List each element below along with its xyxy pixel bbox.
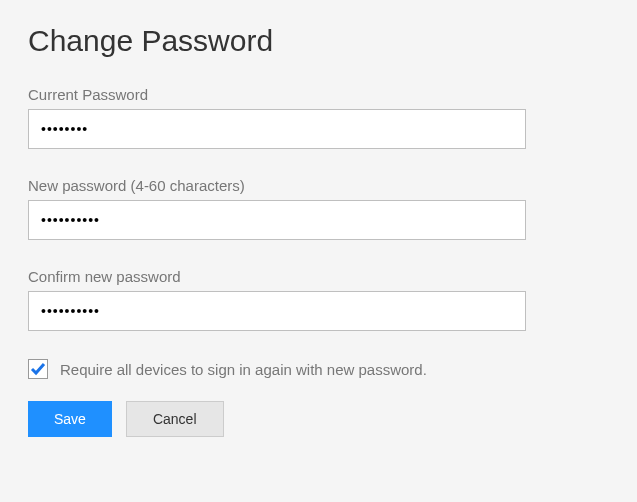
new-password-label: New password (4-60 characters) bbox=[28, 177, 609, 194]
button-row: Save Cancel bbox=[28, 401, 609, 437]
confirm-password-label: Confirm new password bbox=[28, 268, 609, 285]
current-password-label: Current Password bbox=[28, 86, 609, 103]
new-password-input[interactable] bbox=[28, 200, 526, 240]
save-button[interactable]: Save bbox=[28, 401, 112, 437]
confirm-password-group: Confirm new password bbox=[28, 268, 609, 331]
current-password-group: Current Password bbox=[28, 86, 609, 149]
current-password-input[interactable] bbox=[28, 109, 526, 149]
cancel-button[interactable]: Cancel bbox=[126, 401, 224, 437]
require-signin-row: Require all devices to sign in again wit… bbox=[28, 359, 609, 379]
require-signin-checkbox[interactable] bbox=[28, 359, 48, 379]
page-title: Change Password bbox=[28, 24, 609, 58]
require-signin-label: Require all devices to sign in again wit… bbox=[60, 361, 427, 378]
checkmark-icon bbox=[30, 361, 46, 377]
new-password-group: New password (4-60 characters) bbox=[28, 177, 609, 240]
confirm-password-input[interactable] bbox=[28, 291, 526, 331]
